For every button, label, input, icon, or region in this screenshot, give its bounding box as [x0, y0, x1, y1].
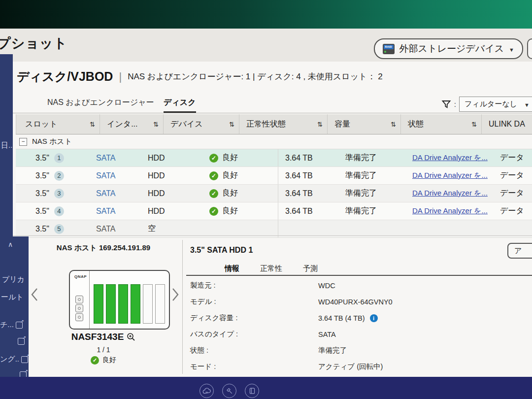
- tab-information[interactable]: 情報: [225, 264, 239, 273]
- title-divider: |: [119, 70, 122, 83]
- filter-dropdown[interactable]: フィルターなし: [459, 97, 532, 112]
- da-drive-analyzer-link[interactable]: DA Drive Analyzer を...: [412, 206, 488, 216]
- sidebar-strip-upper: 日..: [0, 54, 13, 236]
- funnel-icon[interactable]: [441, 100, 451, 109]
- column-health[interactable]: 正常性状態: [239, 114, 327, 134]
- drive-bay-occupied[interactable]: [94, 284, 103, 324]
- external-storage-label: 外部ストレージデバイス: [399, 42, 504, 55]
- collapse-icon[interactable]: [19, 138, 27, 146]
- group-label: NAS ホスト: [32, 137, 72, 146]
- device-cell: 空: [137, 224, 201, 234]
- column-ulink-da[interactable]: ULINK DA: [481, 114, 532, 134]
- tools-icon[interactable]: [222, 384, 236, 398]
- field-disk-capacity: ディスク容量 : 3.64 TB (4 TB): [190, 313, 529, 323]
- detail-tabs: 情報 正常性 予測: [225, 264, 318, 273]
- sidebar-item-partial[interactable]: プリカ: [2, 275, 25, 284]
- usage-cell: データ: [497, 170, 532, 181]
- desktop-wallpaper-band: [0, 0, 532, 29]
- drive-bay-occupied[interactable]: [131, 284, 140, 324]
- capacity-cell: 3.64 TB: [278, 149, 339, 166]
- tab-disks[interactable]: ディスク: [164, 98, 196, 113]
- capacity-cell: 3.64 TB: [278, 185, 339, 202]
- drive-bay-occupied[interactable]: [106, 284, 116, 324]
- table-row[interactable]: 3.5"2 SATA HDD 良好 3.64 TB 準備完了 DA Drive …: [16, 167, 532, 185]
- interface-cell: SATA: [86, 207, 137, 216]
- sidebar-item-partial[interactable]: ング..: [0, 355, 28, 364]
- da-drive-analyzer-link[interactable]: DA Drive Analyzer を...: [412, 153, 488, 163]
- field-bus-type: バスのタイプ : SATA: [190, 330, 529, 339]
- health-label: 良好: [222, 170, 238, 181]
- health-label: 良好: [222, 153, 238, 163]
- interface-cell: SATA: [86, 189, 137, 198]
- tabs-underline: [13, 113, 532, 113]
- chevron-down-icon: [524, 100, 530, 108]
- manual-icon[interactable]: [245, 384, 259, 398]
- external-storage-button[interactable]: RAID 外部ストレージデバイス: [374, 38, 523, 59]
- interface-cell: SATA: [86, 171, 137, 180]
- tab-health[interactable]: 正常性: [260, 264, 282, 273]
- sort-icon[interactable]: [153, 121, 159, 128]
- action-button-clipped[interactable]: ア: [507, 243, 532, 259]
- sort-icon[interactable]: [90, 121, 95, 128]
- external-link-icon: [20, 371, 27, 377]
- sort-icon[interactable]: [229, 121, 234, 128]
- sort-icon[interactable]: [317, 121, 323, 128]
- sidebar-item-partial[interactable]: ールト: [1, 293, 24, 302]
- page-title: ディスク/VJBOD: [17, 68, 113, 85]
- drive-bay-empty[interactable]: [143, 284, 153, 324]
- sidebar-item-partial[interactable]: [16, 338, 25, 345]
- device-cell: HDD: [137, 171, 201, 180]
- capacity-cell: 3.64 TB: [278, 167, 339, 184]
- da-drive-analyzer-link[interactable]: DA Drive Analyzer を...: [412, 189, 488, 198]
- sidebar-item-partial[interactable]: チ...: [0, 320, 23, 330]
- slot-number-badge: 1: [54, 153, 64, 163]
- slot-number-badge: 2: [54, 171, 64, 181]
- cloud-sync-icon[interactable]: [200, 384, 214, 398]
- column-slot[interactable]: スロット: [16, 114, 100, 134]
- field-status: 状態 : 準備完了: [190, 346, 529, 355]
- filter-colon: [454, 100, 456, 109]
- clipped-toolbar-button[interactable]: [527, 38, 532, 59]
- field-manufacturer: 製造元 : WDC: [190, 281, 529, 290]
- sort-icon[interactable]: [471, 121, 477, 128]
- enclosure-model-row: NASF3143E: [26, 332, 181, 342]
- zoom-magnifier-icon[interactable]: [127, 332, 135, 341]
- desktop-dock: [200, 384, 259, 398]
- chevron-up-icon[interactable]: [8, 240, 13, 248]
- drive-bay-empty[interactable]: [155, 284, 165, 324]
- table-row[interactable]: 3.5"1 SATA HDD 良好 3.64 TB 準備完了 DA Drive …: [16, 149, 532, 167]
- table-row[interactable]: 3.5"4 SATA HDD 良好 3.64 TB 準備完了 DA Drive …: [16, 202, 532, 220]
- slot-size: 3.5": [35, 171, 49, 180]
- window-title-partial: プショット: [0, 34, 67, 52]
- capacity-info-icon[interactable]: [370, 314, 378, 322]
- disk-table: スロット インタ... デバイス 正常性状態 容量 状態 ULINK DA 使用…: [16, 114, 532, 238]
- chevron-left-icon[interactable]: [31, 287, 38, 302]
- chevron-right-icon[interactable]: [171, 287, 179, 302]
- health-label: 良好: [222, 188, 238, 199]
- da-drive-analyzer-link[interactable]: DA Drive Analyzer を...: [412, 171, 488, 180]
- usage-cell: データ: [497, 153, 532, 163]
- enclosure-button-icon: [75, 296, 83, 303]
- raid-badge-label: RAID: [384, 45, 394, 49]
- column-device[interactable]: デバイス: [163, 114, 239, 134]
- table-row[interactable]: 3.5"3 SATA HDD 良好 3.64 TB 準備完了 DA Drive …: [16, 185, 532, 202]
- column-status[interactable]: 状態: [400, 114, 481, 134]
- slot-number-badge: 5: [54, 224, 64, 234]
- column-interface[interactable]: インタ...: [100, 114, 163, 134]
- interface-cell: SATA: [86, 154, 137, 163]
- raid-disk-icon: RAID: [383, 44, 395, 54]
- sort-icon[interactable]: [391, 121, 396, 128]
- enclosure-pager: 1 / 1: [26, 346, 181, 354]
- device-cell: HDD: [137, 189, 201, 198]
- page-meta: NAS およびエンクロージャー: 1 | ディスク: 4 , 未使用スロット： …: [128, 71, 382, 82]
- sidebar-item-partial[interactable]: 日..: [1, 141, 12, 150]
- enclosure-health-label: 良好: [102, 356, 116, 365]
- usage-cell: データ: [497, 188, 532, 199]
- sidebar-item-partial[interactable]: [18, 371, 27, 377]
- qnap-logo: QNAP: [74, 274, 87, 279]
- drive-bay-occupied[interactable]: [118, 284, 128, 324]
- column-capacity[interactable]: 容量: [327, 114, 400, 134]
- tab-nas-and-enclosure[interactable]: NAS およびエンクロージャー: [47, 98, 154, 108]
- status-cell: 準備完了: [339, 206, 408, 216]
- tab-prediction[interactable]: 予測: [303, 264, 318, 273]
